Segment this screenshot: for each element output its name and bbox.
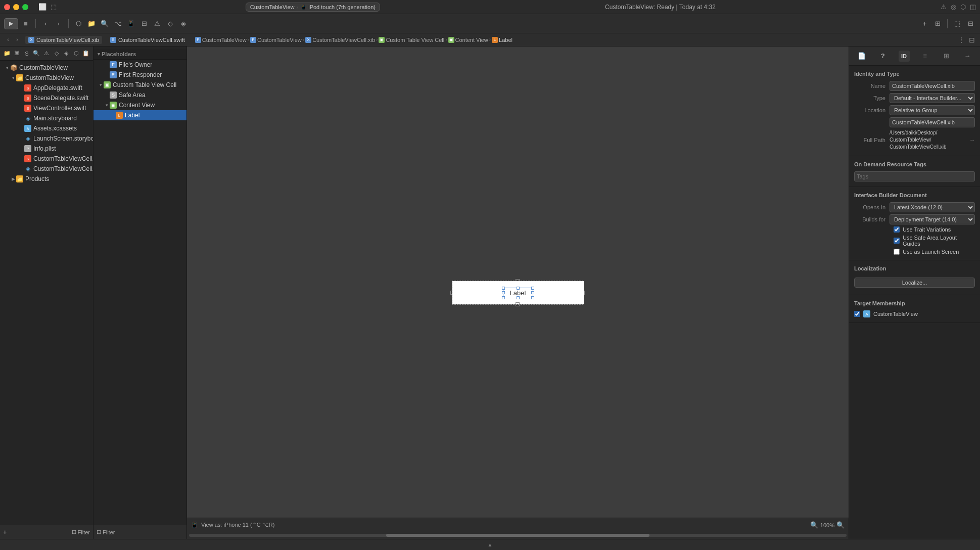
localize-button[interactable]: Localize...: [854, 278, 975, 288]
outline-filter-btn[interactable]: ⊟ Filter: [97, 529, 115, 535]
breadcrumb-options-button[interactable]: ⋮: [957, 35, 966, 45]
inspector-tab-file[interactable]: 📄: [856, 51, 867, 62]
nav-icon-debug[interactable]: ◈: [62, 49, 70, 58]
run-destination-icon[interactable]: ◎: [951, 3, 956, 11]
type-select[interactable]: Default - Interface Builder...: [890, 93, 975, 103]
toggle-group[interactable]: ▾: [4, 65, 10, 71]
tree-item-xcassets[interactable]: A Assets.xcassets: [0, 123, 93, 133]
stop-button[interactable]: ■: [20, 18, 31, 29]
handle-tr[interactable]: [531, 287, 534, 290]
tree-item-scenedelegate[interactable]: S SceneDelegate.swift: [0, 93, 93, 103]
panel-toggle[interactable]: ⊟: [965, 18, 976, 29]
canvas-scrollbar-horizontal[interactable]: [187, 532, 849, 539]
handle-tl[interactable]: [502, 287, 505, 290]
outline-item-label[interactable]: L Label: [94, 110, 186, 120]
checkbox-traitvariations[interactable]: [894, 226, 900, 233]
tree-item-infoplist[interactable]: P Info.plist: [0, 144, 93, 154]
run-button[interactable]: ▶: [4, 18, 18, 29]
target-checkbox[interactable]: [854, 311, 860, 317]
tags-field[interactable]: [854, 171, 975, 181]
git-icon[interactable]: ⌥: [112, 18, 123, 29]
navigator-toggle-icon[interactable]: ⬜: [38, 3, 46, 11]
filename-field[interactable]: [890, 117, 975, 127]
buildsfor-select[interactable]: Deployment Target (14.0): [890, 214, 975, 224]
nav-add-icon[interactable]: +: [3, 528, 7, 536]
tree-item-mainstoryboard[interactable]: ◈ Main.storyboard: [0, 113, 93, 123]
handle-bm[interactable]: [517, 296, 520, 299]
breadcrumb-cell[interactable]: Custom Table View Cell: [386, 37, 444, 43]
inspector-toggle[interactable]: ⬚: [952, 18, 963, 29]
inspector-tab-identity[interactable]: ID: [899, 51, 910, 62]
inspector-tab-quickhelp[interactable]: ?: [877, 51, 889, 62]
outline-item-contentview[interactable]: ▾ ▣ Content View: [94, 100, 186, 110]
scrollbar-thumb[interactable]: [386, 534, 649, 537]
location-select[interactable]: Relative to Group: [890, 105, 975, 115]
breadcrumb-customtableview-1[interactable]: CustomTableView: [202, 37, 247, 43]
hierarchy-icon[interactable]: ⊟: [138, 18, 150, 29]
close-button[interactable]: [4, 4, 10, 10]
view-as-label[interactable]: View as: iPhone 11 (⌃C ⌥R): [201, 522, 274, 528]
tree-item-customcell-xib[interactable]: ◈ CustomTableViewCell....: [0, 164, 93, 174]
toggle-products[interactable]: ▶: [10, 176, 16, 182]
warning-icon[interactable]: ⚠: [941, 3, 947, 11]
handle-rm[interactable]: [531, 291, 534, 294]
scheme-selector[interactable]: CustomTableView › 📱 iPod touch (7th gene…: [246, 3, 380, 12]
tree-item-viewcontroller[interactable]: S ViewController.swift: [0, 103, 93, 113]
cell-toggle[interactable]: ▾: [98, 82, 104, 88]
issues-icon[interactable]: ⚠: [152, 18, 163, 29]
inspector-tab-connections[interactable]: →: [962, 51, 973, 62]
nav-icon-warnings[interactable]: ⚠: [42, 49, 51, 58]
handle-br[interactable]: [531, 296, 534, 299]
nav-filter-btn[interactable]: ⊟ Filter: [72, 529, 90, 535]
forward-button[interactable]: ›: [53, 18, 64, 29]
tree-item-group[interactable]: ▾ 📦 CustomTableView: [0, 63, 93, 73]
tab-swift[interactable]: S CustomTableViewCell.swift: [107, 36, 188, 44]
breadcrumb-forward[interactable]: ›: [13, 36, 21, 44]
back-button[interactable]: ‹: [40, 18, 51, 29]
handle-bl[interactable]: [502, 296, 505, 299]
nav-icon-reports[interactable]: 📋: [82, 49, 90, 58]
nav-icon-find[interactable]: 🔍: [33, 49, 41, 58]
minimize-button[interactable]: [13, 4, 19, 10]
breakpoints-icon[interactable]: ⬡: [960, 3, 966, 11]
nav-icon-symbol[interactable]: S: [23, 49, 31, 58]
handle-lm[interactable]: [502, 291, 505, 294]
breadcrumb-contentview[interactable]: Content View: [455, 37, 488, 43]
opensin-select[interactable]: Latest Xcode (12.0): [890, 202, 975, 212]
add-icon[interactable]: ＋: [919, 18, 930, 29]
outline-item-firstresponder[interactable]: R First Responder: [94, 70, 186, 80]
contentview-toggle[interactable]: ▾: [104, 102, 110, 108]
tree-item-folder[interactable]: ▾ 📁 CustomTableView: [0, 73, 93, 83]
toggle-folder[interactable]: ▾: [10, 75, 16, 81]
breadcrumb-customtableview-2[interactable]: CustomTableView: [257, 37, 302, 43]
nav-icon-breakpoints[interactable]: ⬡: [72, 49, 80, 58]
tab-xib[interactable]: X CustomTableViewCell.xib: [25, 36, 102, 44]
library-icon[interactable]: ⊞: [932, 18, 943, 29]
sidebar-toggle-icon[interactable]: ⬚: [51, 3, 57, 11]
tree-item-appdelegate[interactable]: S AppDelegate.swift: [0, 83, 93, 93]
nav-icon-tests[interactable]: ◇: [53, 49, 61, 58]
checkbox-safearea[interactable]: [894, 238, 900, 244]
inspector-tab-attributes[interactable]: ≡: [919, 51, 930, 62]
breadcrumb-xib[interactable]: CustomTableViewCell.xib: [312, 37, 375, 43]
breadcrumb-back[interactable]: ‹: [4, 36, 12, 44]
tests-icon[interactable]: ◇: [165, 18, 176, 29]
fullscreen-button[interactable]: [22, 4, 28, 10]
tree-item-products[interactable]: ▶ 📁 Products: [0, 174, 93, 184]
nav-icon-folder[interactable]: 📁: [3, 49, 11, 58]
breadcrumb-label[interactable]: Label: [499, 37, 512, 43]
breakpoint-icon[interactable]: ⬡: [73, 18, 84, 29]
zoom-in-icon[interactable]: 🔍: [836, 521, 845, 529]
debug-icon[interactable]: ◈: [178, 18, 189, 29]
nav-icon-source[interactable]: ⌘: [13, 49, 21, 58]
handle-tm[interactable]: [517, 287, 520, 290]
search-icon[interactable]: 🔍: [99, 18, 110, 29]
breadcrumb-layout-button[interactable]: ⊟: [968, 35, 976, 45]
checkbox-launchscreen[interactable]: [894, 249, 900, 255]
name-field[interactable]: [890, 81, 975, 91]
folder-icon[interactable]: 📁: [86, 18, 97, 29]
inspector-tab-size[interactable]: ⊞: [941, 51, 952, 62]
placeholders-toggle[interactable]: ▾: [96, 51, 102, 57]
outline-item-safearea[interactable]: S Safe Area: [94, 90, 186, 100]
fullpath-arrow-icon[interactable]: →: [969, 137, 975, 143]
